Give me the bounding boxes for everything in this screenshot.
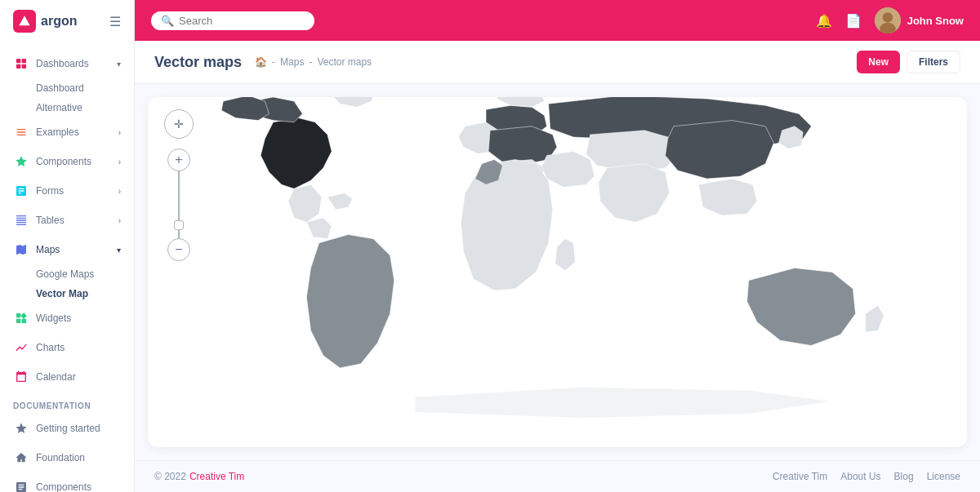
breadcrumb-sep1: - — [272, 56, 275, 68]
components-icon — [13, 153, 29, 170]
sidebar-item-foundation[interactable]: Foundation — [0, 443, 134, 472]
notification-bell-icon[interactable]: 🔔 — [816, 13, 832, 29]
sidebar-brand: argon ☰ — [0, 0, 134, 42]
dashboards-submenu: Dashboard Alternative — [0, 78, 134, 117]
footer-link-creative-tim[interactable]: Creative Tim — [773, 471, 827, 482]
footer-brand-link[interactable]: Creative Tim — [189, 471, 244, 482]
footer-link-license[interactable]: License — [927, 471, 960, 482]
doc-section-label: DOCUMENTATION — [0, 392, 134, 414]
sidebar-item-forms[interactable]: Forms › — [0, 176, 134, 206]
tables-icon — [13, 212, 29, 228]
usa-path — [261, 118, 332, 189]
components-doc-icon — [13, 479, 29, 492]
examples-label: Examples — [36, 126, 79, 138]
sidebar: argon ☰ Dashboards ▾ Dashboard Alternati… — [0, 0, 135, 492]
antarctica-path — [415, 387, 832, 418]
map-pan-control[interactable]: ✛ — [164, 109, 194, 139]
page-header: Vector maps 🏠 - Maps - Vector maps New F… — [135, 41, 980, 84]
avatar-image — [875, 7, 901, 33]
sidebar-item-components-doc[interactable]: Components — [0, 472, 134, 492]
dashboards-icon — [13, 55, 29, 72]
foundation-label: Foundation — [36, 452, 85, 463]
forms-chevron: › — [118, 187, 121, 196]
footer-copyright: © 2022 — [154, 471, 186, 482]
new-button[interactable]: New — [857, 51, 900, 73]
world-map-svg: .country { fill: #dee2e6; stroke: #fff; … — [148, 97, 967, 447]
maps-submenu: Google Maps Vector Map — [0, 264, 134, 304]
sidebar-item-vector-map[interactable]: Vector Map — [36, 284, 134, 304]
brand-logo[interactable]: argon — [13, 10, 77, 33]
sidebar-item-maps[interactable]: Maps ▾ — [0, 235, 134, 264]
avatar-svg — [875, 7, 901, 33]
maps-chevron: ▾ — [117, 246, 121, 255]
map-container: ✛ + − .country { fill: #dee2e6; stroke: … — [135, 84, 980, 460]
footer-right: Creative Tim About Us Blog License — [773, 471, 960, 482]
map-card: ✛ + − .country { fill: #dee2e6; stroke: … — [148, 97, 967, 447]
zoom-in-button[interactable]: + — [167, 148, 190, 171]
components-doc-label: Components — [36, 481, 91, 492]
user-avatar[interactable]: John Snow — [875, 7, 964, 33]
svg-rect-1 — [22, 59, 26, 63]
foundation-icon — [13, 450, 29, 466]
sidebar-item-google-maps[interactable]: Google Maps — [36, 264, 134, 284]
page-actions: New Filters — [857, 51, 960, 73]
brand-icon — [13, 10, 36, 33]
page-title: Vector maps — [154, 54, 242, 71]
sidebar-item-widgets[interactable]: Widgets — [0, 304, 134, 333]
zoom-handle[interactable] — [174, 220, 184, 230]
components-label: Components — [36, 156, 91, 167]
breadcrumb-home-icon[interactable]: 🏠 — [255, 56, 267, 68]
sidebar-item-charts[interactable]: Charts — [0, 333, 134, 362]
greenland-path — [330, 97, 373, 107]
sidebar-item-getting-started[interactable]: Getting started — [0, 414, 134, 443]
filters-button[interactable]: Filters — [906, 51, 960, 73]
forms-icon — [13, 183, 29, 199]
footer-link-blog[interactable]: Blog — [894, 471, 914, 482]
charts-label: Charts — [36, 342, 65, 353]
forms-label: Forms — [36, 185, 64, 197]
calendar-label: Calendar — [36, 371, 76, 383]
tables-label: Tables — [36, 215, 65, 226]
dashboards-chevron: ▾ — [117, 60, 121, 69]
sidebar-item-components[interactable]: Components › — [0, 147, 134, 176]
charts-icon — [13, 339, 29, 356]
dashboards-label: Dashboards — [36, 58, 89, 69]
components-chevron: › — [118, 157, 121, 166]
examples-chevron: › — [118, 128, 121, 137]
south-america-path — [306, 235, 394, 368]
topbar-right: 🔔 📄 John Snow — [816, 7, 964, 33]
svg-rect-3 — [22, 64, 26, 69]
caribbean-path — [327, 193, 353, 209]
argon-icon — [18, 15, 31, 28]
southeast-asia-path — [699, 179, 758, 215]
document-icon[interactable]: 📄 — [845, 13, 862, 29]
zoom-out-button[interactable]: − — [167, 238, 190, 261]
sidebar-toggle-button[interactable]: ☰ — [109, 14, 121, 29]
search-box[interactable]: 🔍 — [151, 11, 314, 30]
svg-rect-2 — [16, 64, 20, 69]
alaska-path — [221, 97, 269, 121]
breadcrumb-current: Vector maps — [317, 56, 372, 68]
newzealand-path — [866, 305, 884, 332]
search-icon: 🔍 — [161, 15, 174, 27]
zoom-track-bottom — [178, 230, 180, 238]
sidebar-item-alternative[interactable]: Alternative — [36, 98, 134, 117]
footer: © 2022 Creative Tim Creative Tim About U… — [135, 460, 980, 492]
zoom-track — [178, 171, 180, 220]
map-controls: ✛ + − — [164, 109, 194, 261]
scandinavia-path — [497, 97, 544, 107]
search-input[interactable] — [179, 15, 293, 27]
sidebar-item-tables[interactable]: Tables › — [0, 206, 134, 235]
breadcrumb-sep2: - — [309, 56, 312, 68]
sidebar-item-dashboards[interactable]: Dashboards ▾ — [0, 49, 134, 78]
sidebar-item-dashboard[interactable]: Dashboard — [36, 78, 134, 98]
africa-path — [461, 160, 552, 290]
south-asia-path — [599, 164, 670, 223]
breadcrumb-maps-link[interactable]: Maps — [280, 56, 304, 68]
footer-link-about[interactable]: About Us — [840, 471, 880, 482]
sidebar-item-calendar[interactable]: Calendar — [0, 362, 134, 392]
brand-name: argon — [41, 14, 77, 29]
sidebar-item-examples[interactable]: Examples › — [0, 117, 134, 147]
central-america-path — [306, 218, 332, 239]
svg-rect-0 — [16, 59, 20, 63]
